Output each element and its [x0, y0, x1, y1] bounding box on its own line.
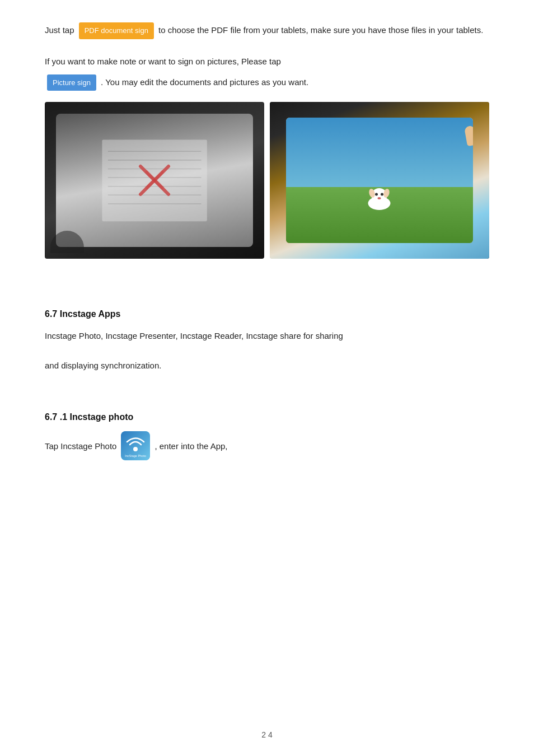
- para1-prefix: Just tap: [45, 25, 74, 35]
- tablet-document-inner: [56, 114, 254, 247]
- section-67-body2: and displaying synchronization.: [45, 358, 489, 373]
- tap-incstage-line: Tap Incstage Photo IncStage Photo , ent: [45, 431, 489, 460]
- para1-suffix: to choose the PDF file from your tablets…: [158, 25, 483, 35]
- page-number: 2 4: [0, 730, 534, 739]
- tap-prefix: Tap Incstage Photo: [45, 441, 116, 451]
- page-container: Just tap PDF document sign to choose the…: [0, 0, 534, 756]
- tap-suffix: , enter into the App,: [154, 441, 227, 451]
- tablet-screen: [286, 118, 472, 243]
- image-tablet-puppy: [270, 102, 489, 259]
- paragraph-2: If you want to make note or want to sign…: [45, 54, 489, 69]
- paragraph-1: Just tap PDF document sign to choose the…: [45, 22, 489, 39]
- para2-text1: If you want to make note or want to sign…: [45, 57, 281, 66]
- section-67-body1: Incstage Photo, Incstage Presenter, Incs…: [45, 328, 489, 343]
- section-67-heading: 6.7 Incstage Apps: [45, 309, 489, 319]
- picture-sign-button[interactable]: Picture sign: [47, 74, 96, 91]
- paragraph-2b: Picture sign . You may edit the document…: [45, 74, 489, 91]
- svg-point-15: [381, 193, 383, 196]
- svg-text:IncStage Photo: IncStage Photo: [125, 454, 147, 458]
- images-row: [45, 102, 489, 259]
- svg-point-16: [378, 197, 381, 199]
- section-671-heading: 6.7 .1 Incstage photo: [45, 412, 489, 422]
- para2-text2: . You may edit the documents and picture…: [101, 77, 308, 87]
- image-tablet-document: [45, 102, 264, 259]
- svg-point-18: [133, 447, 138, 451]
- svg-point-14: [375, 193, 378, 196]
- incstage-photo-icon[interactable]: IncStage Photo: [121, 431, 150, 460]
- pdf-document-sign-button[interactable]: PDF document sign: [79, 22, 154, 39]
